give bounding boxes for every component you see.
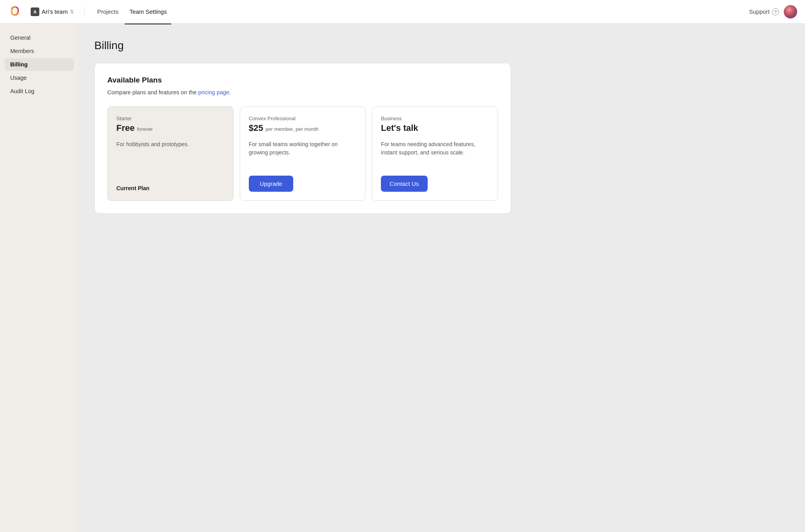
nav-link-team-settings[interactable]: Team Settings xyxy=(125,6,171,17)
plan-price-sub-starter: forever xyxy=(137,126,153,132)
contact-us-button[interactable]: Contact Us xyxy=(381,176,427,192)
nav-links: Projects Team Settings xyxy=(92,6,743,17)
team-selector[interactable]: A Ari's team ⇅ xyxy=(28,6,76,18)
main-layout: General Members Billing Usage Audit Log … xyxy=(0,24,805,532)
plan-card-professional: Convex Professional $25 per member, per … xyxy=(240,106,366,201)
svg-point-0 xyxy=(8,4,22,18)
sidebar: General Members Billing Usage Audit Log xyxy=(0,24,79,532)
plan-action-professional: Upgrade xyxy=(249,168,357,192)
billing-card: Available Plans Compare plans and featur… xyxy=(94,63,511,214)
sidebar-item-general[interactable]: General xyxy=(5,31,74,44)
chevron-updown-icon: ⇅ xyxy=(70,9,74,15)
plan-card-business: Business Let's talk For teams needing ad… xyxy=(372,106,498,201)
topnav-right: Support ? xyxy=(749,5,797,18)
support-help-icon: ? xyxy=(772,8,779,15)
plan-price-row-professional: $25 per member, per month xyxy=(249,123,357,133)
team-icon: A xyxy=(31,7,39,16)
plan-price-row-business: Let's talk xyxy=(381,123,489,133)
available-plans-title: Available Plans xyxy=(107,76,498,84)
top-navigation: A Ari's team ⇅ Projects Team Settings Su… xyxy=(0,0,805,24)
plan-price-row-starter: Free forever xyxy=(116,123,224,133)
plan-tier-starter: Starter xyxy=(116,116,224,121)
plan-action-business: Contact Us xyxy=(381,168,489,192)
plan-desc-starter: For hobbyists and prototypes. xyxy=(116,140,224,177)
sidebar-item-usage[interactable]: Usage xyxy=(5,72,74,84)
nav-link-projects[interactable]: Projects xyxy=(92,6,123,17)
plan-price-main-professional: $25 xyxy=(249,123,263,133)
current-plan-label: Current Plan xyxy=(116,185,149,191)
support-label: Support xyxy=(749,8,770,15)
plan-price-main-business: Let's talk xyxy=(381,123,418,133)
sidebar-item-billing[interactable]: Billing xyxy=(5,58,74,71)
sidebar-item-audit-log[interactable]: Audit Log xyxy=(5,85,74,97)
plan-tier-business: Business xyxy=(381,116,489,121)
support-link[interactable]: Support ? xyxy=(749,8,779,15)
sidebar-item-members[interactable]: Members xyxy=(5,45,74,57)
plan-card-starter: Starter Free forever For hobbyists and p… xyxy=(107,106,233,201)
avatar-image xyxy=(784,5,797,18)
nav-divider xyxy=(84,7,85,17)
user-avatar[interactable] xyxy=(784,5,797,18)
upgrade-button[interactable]: Upgrade xyxy=(249,176,294,192)
main-content: Billing Available Plans Compare plans an… xyxy=(79,24,805,532)
plan-action-starter: Current Plan xyxy=(116,177,224,192)
plan-desc-professional: For small teams working together on grow… xyxy=(249,140,357,168)
plan-price-sub-professional: per member, per month xyxy=(265,126,318,132)
plan-desc-business: For teams needing advanced features, ins… xyxy=(381,140,489,168)
app-logo[interactable] xyxy=(8,4,22,20)
page-title: Billing xyxy=(94,39,789,52)
plan-price-main-starter: Free xyxy=(116,123,134,133)
plan-tier-professional: Convex Professional xyxy=(249,116,357,121)
team-name: Ari's team xyxy=(42,8,68,15)
pricing-page-link[interactable]: pricing page xyxy=(198,89,229,95)
plans-subtitle: Compare plans and features on the pricin… xyxy=(107,89,498,95)
plans-grid: Starter Free forever For hobbyists and p… xyxy=(107,106,498,201)
